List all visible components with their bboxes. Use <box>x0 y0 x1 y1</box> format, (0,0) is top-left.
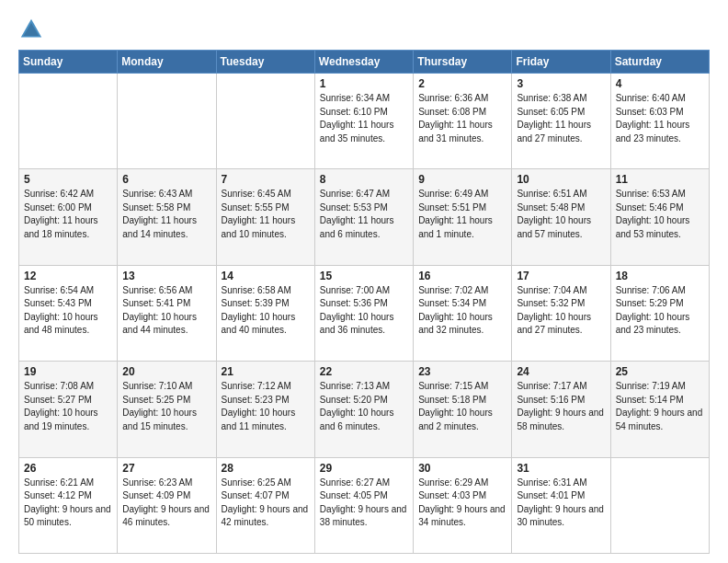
day-info: Sunrise: 6:36 AM Sunset: 6:08 PM Dayligh… <box>418 92 506 145</box>
day-number: 18 <box>616 270 704 282</box>
calendar-cell-w2d3: 15Sunrise: 7:00 AM Sunset: 5:36 PM Dayli… <box>314 265 413 361</box>
calendar-cell-w3d4: 23Sunrise: 7:15 AM Sunset: 5:18 PM Dayli… <box>414 362 512 457</box>
weekday-header-saturday: Saturday <box>610 51 709 74</box>
day-info: Sunrise: 7:12 AM Sunset: 5:23 PM Dayligh… <box>222 380 310 433</box>
day-number: 6 <box>122 173 210 186</box>
day-number: 5 <box>24 173 112 186</box>
day-info: Sunrise: 6:45 AM Sunset: 5:55 PM Dayligh… <box>222 188 310 241</box>
calendar-week-2: 12Sunrise: 6:54 AM Sunset: 5:43 PM Dayli… <box>19 265 710 361</box>
calendar-cell-w4d2: 28Sunrise: 6:25 AM Sunset: 4:07 PM Dayli… <box>216 457 314 553</box>
calendar-cell-w3d1: 20Sunrise: 7:10 AM Sunset: 5:25 PM Dayli… <box>118 362 216 457</box>
day-number: 30 <box>418 462 506 475</box>
day-number: 3 <box>517 77 605 90</box>
calendar-cell-w2d2: 14Sunrise: 6:58 AM Sunset: 5:39 PM Dayli… <box>216 265 314 361</box>
calendar-cell-w3d3: 22Sunrise: 7:13 AM Sunset: 5:20 PM Dayli… <box>314 362 413 457</box>
day-number: 22 <box>320 365 408 378</box>
calendar-cell-w0d0 <box>19 74 118 169</box>
day-number: 4 <box>616 77 704 90</box>
day-info: Sunrise: 7:04 AM Sunset: 5:32 PM Dayligh… <box>517 284 605 338</box>
calendar-cell-w0d6: 4Sunrise: 6:40 AM Sunset: 6:03 PM Daylig… <box>610 74 709 169</box>
calendar-cell-w1d3: 8Sunrise: 6:47 AM Sunset: 5:53 PM Daylig… <box>314 169 413 265</box>
day-number: 17 <box>517 270 605 282</box>
calendar: SundayMondayTuesdayWednesdayThursdayFrid… <box>18 50 710 554</box>
day-number: 8 <box>320 173 408 186</box>
day-info: Sunrise: 6:54 AM Sunset: 5:43 PM Dayligh… <box>24 284 112 338</box>
day-info: Sunrise: 7:17 AM Sunset: 5:16 PM Dayligh… <box>517 380 605 433</box>
calendar-cell-w3d2: 21Sunrise: 7:12 AM Sunset: 5:23 PM Dayli… <box>216 362 314 457</box>
calendar-cell-w0d2 <box>216 74 314 169</box>
day-number: 24 <box>517 365 605 378</box>
page: SundayMondayTuesdayWednesdayThursdayFrid… <box>0 0 728 563</box>
day-info: Sunrise: 7:06 AM Sunset: 5:29 PM Dayligh… <box>616 284 704 338</box>
day-info: Sunrise: 6:58 AM Sunset: 5:39 PM Dayligh… <box>222 284 310 338</box>
day-number: 14 <box>222 270 310 282</box>
day-info: Sunrise: 7:13 AM Sunset: 5:20 PM Dayligh… <box>320 380 408 433</box>
calendar-cell-w4d3: 29Sunrise: 6:27 AM Sunset: 4:05 PM Dayli… <box>314 457 413 553</box>
day-number: 28 <box>222 462 310 475</box>
day-number: 13 <box>122 270 210 282</box>
day-number: 19 <box>24 365 112 378</box>
calendar-header-row: SundayMondayTuesdayWednesdayThursdayFrid… <box>19 51 710 74</box>
weekday-header-monday: Monday <box>118 51 216 74</box>
day-info: Sunrise: 6:25 AM Sunset: 4:07 PM Dayligh… <box>222 477 310 530</box>
calendar-cell-w4d4: 30Sunrise: 6:29 AM Sunset: 4:03 PM Dayli… <box>414 457 512 553</box>
logo-icon <box>18 17 44 42</box>
weekday-header-friday: Friday <box>512 51 610 74</box>
calendar-cell-w2d1: 13Sunrise: 6:56 AM Sunset: 5:41 PM Dayli… <box>118 265 216 361</box>
calendar-cell-w0d3: 1Sunrise: 6:34 AM Sunset: 6:10 PM Daylig… <box>314 74 413 169</box>
day-info: Sunrise: 6:34 AM Sunset: 6:10 PM Dayligh… <box>320 92 408 145</box>
day-info: Sunrise: 6:51 AM Sunset: 5:48 PM Dayligh… <box>517 188 605 241</box>
calendar-week-3: 19Sunrise: 7:08 AM Sunset: 5:27 PM Dayli… <box>19 362 710 457</box>
day-number: 16 <box>418 270 506 282</box>
day-number: 2 <box>418 77 506 90</box>
calendar-cell-w1d4: 9Sunrise: 6:49 AM Sunset: 5:51 PM Daylig… <box>414 169 512 265</box>
calendar-cell-w3d5: 24Sunrise: 7:17 AM Sunset: 5:16 PM Dayli… <box>512 362 610 457</box>
day-info: Sunrise: 6:31 AM Sunset: 4:01 PM Dayligh… <box>517 477 605 530</box>
calendar-week-0: 1Sunrise: 6:34 AM Sunset: 6:10 PM Daylig… <box>19 74 710 169</box>
calendar-cell-w0d5: 3Sunrise: 6:38 AM Sunset: 6:05 PM Daylig… <box>512 74 610 169</box>
day-number: 20 <box>122 365 210 378</box>
day-number: 11 <box>616 173 704 186</box>
calendar-cell-w0d1 <box>118 74 216 169</box>
day-info: Sunrise: 6:27 AM Sunset: 4:05 PM Dayligh… <box>320 477 408 530</box>
day-info: Sunrise: 7:02 AM Sunset: 5:34 PM Dayligh… <box>418 284 506 338</box>
header <box>18 17 710 42</box>
day-info: Sunrise: 7:00 AM Sunset: 5:36 PM Dayligh… <box>320 284 408 338</box>
day-info: Sunrise: 6:43 AM Sunset: 5:58 PM Dayligh… <box>122 188 210 241</box>
day-info: Sunrise: 6:47 AM Sunset: 5:53 PM Dayligh… <box>320 188 408 241</box>
calendar-cell-w4d5: 31Sunrise: 6:31 AM Sunset: 4:01 PM Dayli… <box>512 457 610 553</box>
day-number: 25 <box>616 365 704 378</box>
calendar-cell-w2d0: 12Sunrise: 6:54 AM Sunset: 5:43 PM Dayli… <box>19 265 118 361</box>
calendar-cell-w4d1: 27Sunrise: 6:23 AM Sunset: 4:09 PM Dayli… <box>118 457 216 553</box>
day-number: 31 <box>517 462 605 475</box>
day-info: Sunrise: 6:40 AM Sunset: 6:03 PM Dayligh… <box>616 92 704 145</box>
calendar-cell-w4d6 <box>610 457 709 553</box>
day-number: 7 <box>222 173 310 186</box>
calendar-cell-w3d6: 25Sunrise: 7:19 AM Sunset: 5:14 PM Dayli… <box>610 362 709 457</box>
day-info: Sunrise: 7:15 AM Sunset: 5:18 PM Dayligh… <box>418 380 506 433</box>
calendar-week-1: 5Sunrise: 6:42 AM Sunset: 6:00 PM Daylig… <box>19 169 710 265</box>
weekday-header-tuesday: Tuesday <box>216 51 314 74</box>
weekday-header-sunday: Sunday <box>19 51 118 74</box>
day-number: 15 <box>320 270 408 282</box>
day-info: Sunrise: 7:08 AM Sunset: 5:27 PM Dayligh… <box>24 380 112 433</box>
day-number: 27 <box>122 462 210 475</box>
calendar-cell-w1d0: 5Sunrise: 6:42 AM Sunset: 6:00 PM Daylig… <box>19 169 118 265</box>
calendar-cell-w2d6: 18Sunrise: 7:06 AM Sunset: 5:29 PM Dayli… <box>610 265 709 361</box>
calendar-cell-w1d6: 11Sunrise: 6:53 AM Sunset: 5:46 PM Dayli… <box>610 169 709 265</box>
day-info: Sunrise: 6:23 AM Sunset: 4:09 PM Dayligh… <box>122 477 210 530</box>
calendar-cell-w2d4: 16Sunrise: 7:02 AM Sunset: 5:34 PM Dayli… <box>414 265 512 361</box>
calendar-cell-w1d1: 6Sunrise: 6:43 AM Sunset: 5:58 PM Daylig… <box>118 169 216 265</box>
day-info: Sunrise: 6:56 AM Sunset: 5:41 PM Dayligh… <box>122 284 210 338</box>
day-info: Sunrise: 7:10 AM Sunset: 5:25 PM Dayligh… <box>122 380 210 433</box>
day-number: 21 <box>222 365 310 378</box>
day-number: 12 <box>24 270 112 282</box>
calendar-cell-w0d4: 2Sunrise: 6:36 AM Sunset: 6:08 PM Daylig… <box>414 74 512 169</box>
calendar-cell-w4d0: 26Sunrise: 6:21 AM Sunset: 4:12 PM Dayli… <box>19 457 118 553</box>
logo <box>18 17 48 42</box>
day-number: 10 <box>517 173 605 186</box>
calendar-cell-w1d5: 10Sunrise: 6:51 AM Sunset: 5:48 PM Dayli… <box>512 169 610 265</box>
day-info: Sunrise: 6:49 AM Sunset: 5:51 PM Dayligh… <box>418 188 506 241</box>
calendar-cell-w3d0: 19Sunrise: 7:08 AM Sunset: 5:27 PM Dayli… <box>19 362 118 457</box>
weekday-header-thursday: Thursday <box>414 51 512 74</box>
